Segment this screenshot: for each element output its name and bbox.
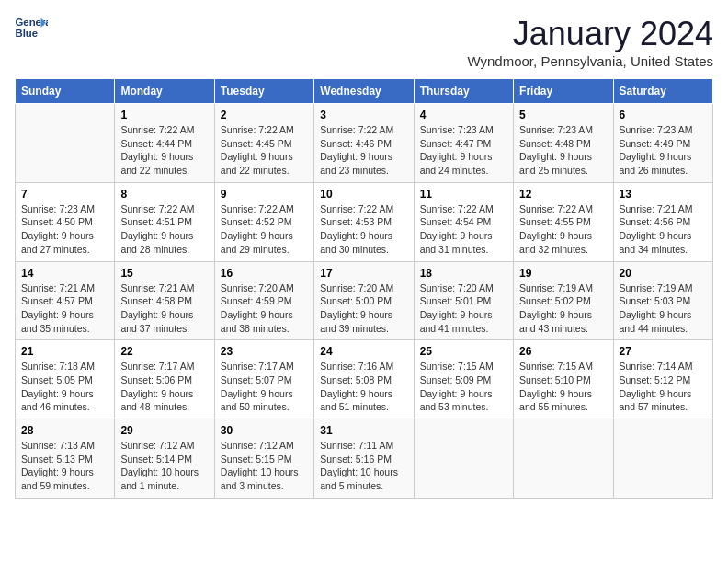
header-wednesday: Wednesday (314, 79, 414, 104)
day-detail: Sunrise: 7:17 AM Sunset: 5:07 PM Dayligh… (221, 361, 294, 412)
day-number: 22 (120, 345, 208, 358)
day-detail: Sunrise: 7:13 AM Sunset: 5:13 PM Dayligh… (21, 440, 95, 491)
calendar-cell: 3Sunrise: 7:22 AM Sunset: 4:46 PM Daylig… (314, 104, 414, 183)
day-number: 10 (320, 188, 407, 201)
calendar-cell: 6Sunrise: 7:23 AM Sunset: 4:49 PM Daylig… (613, 104, 712, 183)
header-sunday: Sunday (16, 79, 115, 104)
day-number: 9 (221, 188, 308, 201)
calendar-cell: 17Sunrise: 7:20 AM Sunset: 5:00 PM Dayli… (314, 261, 414, 340)
calendar-cell (414, 419, 513, 499)
day-number: 20 (620, 267, 707, 280)
day-detail: Sunrise: 7:22 AM Sunset: 4:45 PM Dayligh… (221, 124, 294, 176)
day-detail: Sunrise: 7:20 AM Sunset: 5:00 PM Dayligh… (320, 282, 393, 334)
day-number: 18 (420, 267, 507, 280)
calendar-cell: 14Sunrise: 7:21 AM Sunset: 4:57 PM Dayli… (16, 261, 115, 340)
day-number: 24 (320, 345, 407, 358)
calendar-cell: 7Sunrise: 7:23 AM Sunset: 4:50 PM Daylig… (16, 182, 115, 261)
day-number: 12 (519, 188, 607, 201)
day-number: 21 (21, 345, 108, 358)
day-number: 11 (420, 188, 507, 201)
calendar-cell: 26Sunrise: 7:15 AM Sunset: 5:10 PM Dayli… (514, 340, 613, 419)
calendar-cell (613, 419, 712, 499)
day-number: 30 (221, 424, 308, 437)
week-row-2: 7Sunrise: 7:23 AM Sunset: 4:50 PM Daylig… (16, 182, 713, 261)
day-number: 13 (620, 188, 707, 201)
day-detail: Sunrise: 7:12 AM Sunset: 5:14 PM Dayligh… (120, 440, 199, 491)
calendar-cell: 12Sunrise: 7:22 AM Sunset: 4:55 PM Dayli… (514, 182, 613, 261)
day-detail: Sunrise: 7:14 AM Sunset: 5:12 PM Dayligh… (620, 361, 693, 412)
calendar-cell: 8Sunrise: 7:22 AM Sunset: 4:51 PM Daylig… (115, 182, 214, 261)
calendar-cell: 5Sunrise: 7:23 AM Sunset: 4:48 PM Daylig… (514, 104, 613, 183)
calendar-cell: 20Sunrise: 7:19 AM Sunset: 5:03 PM Dayli… (613, 261, 712, 340)
day-detail: Sunrise: 7:11 AM Sunset: 5:16 PM Dayligh… (320, 440, 398, 491)
day-number: 19 (519, 267, 607, 280)
header-saturday: Saturday (613, 79, 712, 104)
calendar-cell: 28Sunrise: 7:13 AM Sunset: 5:13 PM Dayli… (16, 419, 115, 499)
calendar-cell: 22Sunrise: 7:17 AM Sunset: 5:06 PM Dayli… (115, 340, 214, 419)
day-detail: Sunrise: 7:21 AM Sunset: 4:58 PM Dayligh… (120, 282, 194, 334)
day-detail: Sunrise: 7:12 AM Sunset: 5:15 PM Dayligh… (221, 440, 299, 491)
calendar-title: January 2024 (467, 15, 713, 53)
calendar-cell: 16Sunrise: 7:20 AM Sunset: 4:59 PM Dayli… (214, 261, 313, 340)
day-detail: Sunrise: 7:15 AM Sunset: 5:10 PM Dayligh… (519, 361, 593, 412)
calendar-cell: 13Sunrise: 7:21 AM Sunset: 4:56 PM Dayli… (613, 182, 712, 261)
day-number: 15 (120, 267, 208, 280)
day-number: 6 (620, 109, 707, 121)
day-number: 8 (120, 188, 208, 201)
day-number: 14 (21, 267, 108, 280)
calendar-cell: 18Sunrise: 7:20 AM Sunset: 5:01 PM Dayli… (414, 261, 513, 340)
day-detail: Sunrise: 7:22 AM Sunset: 4:44 PM Dayligh… (120, 124, 194, 176)
logo-icon: General Blue (15, 15, 48, 40)
calendar-cell: 29Sunrise: 7:12 AM Sunset: 5:14 PM Dayli… (115, 419, 214, 499)
calendar-cell: 2Sunrise: 7:22 AM Sunset: 4:45 PM Daylig… (214, 104, 313, 183)
week-row-1: 1Sunrise: 7:22 AM Sunset: 4:44 PM Daylig… (16, 104, 713, 183)
calendar-cell: 24Sunrise: 7:16 AM Sunset: 5:08 PM Dayli… (314, 340, 414, 419)
day-detail: Sunrise: 7:20 AM Sunset: 4:59 PM Dayligh… (221, 282, 294, 334)
day-detail: Sunrise: 7:21 AM Sunset: 4:56 PM Dayligh… (620, 203, 693, 255)
header-thursday: Thursday (414, 79, 513, 104)
svg-text:Blue: Blue (16, 28, 39, 39)
day-number: 29 (120, 424, 208, 437)
day-number: 7 (21, 188, 108, 201)
day-number: 16 (221, 267, 308, 280)
day-detail: Sunrise: 7:17 AM Sunset: 5:06 PM Dayligh… (120, 361, 194, 412)
calendar-table: SundayMondayTuesdayWednesdayThursdayFrid… (15, 78, 713, 499)
calendar-cell: 31Sunrise: 7:11 AM Sunset: 5:16 PM Dayli… (314, 419, 414, 499)
day-detail: Sunrise: 7:20 AM Sunset: 5:01 PM Dayligh… (420, 282, 494, 334)
calendar-cell: 21Sunrise: 7:18 AM Sunset: 5:05 PM Dayli… (16, 340, 115, 419)
day-number: 28 (21, 424, 108, 437)
day-number: 27 (620, 345, 707, 358)
week-row-3: 14Sunrise: 7:21 AM Sunset: 4:57 PM Dayli… (16, 261, 713, 340)
calendar-cell: 27Sunrise: 7:14 AM Sunset: 5:12 PM Dayli… (613, 340, 712, 419)
day-number: 3 (320, 109, 407, 121)
day-detail: Sunrise: 7:19 AM Sunset: 5:02 PM Dayligh… (519, 282, 593, 334)
day-number: 17 (320, 267, 407, 280)
day-detail: Sunrise: 7:22 AM Sunset: 4:53 PM Dayligh… (320, 203, 393, 255)
day-detail: Sunrise: 7:18 AM Sunset: 5:05 PM Dayligh… (21, 361, 95, 412)
day-detail: Sunrise: 7:23 AM Sunset: 4:49 PM Dayligh… (620, 124, 693, 176)
calendar-cell: 23Sunrise: 7:17 AM Sunset: 5:07 PM Dayli… (214, 340, 313, 419)
calendar-subtitle: Wyndmoor, Pennsylvania, United States (467, 53, 713, 69)
week-row-4: 21Sunrise: 7:18 AM Sunset: 5:05 PM Dayli… (16, 340, 713, 419)
calendar-cell: 15Sunrise: 7:21 AM Sunset: 4:58 PM Dayli… (115, 261, 214, 340)
day-detail: Sunrise: 7:21 AM Sunset: 4:57 PM Dayligh… (21, 282, 95, 334)
calendar-cell: 1Sunrise: 7:22 AM Sunset: 4:44 PM Daylig… (115, 104, 214, 183)
calendar-cell: 10Sunrise: 7:22 AM Sunset: 4:53 PM Dayli… (314, 182, 414, 261)
header-monday: Monday (115, 79, 214, 104)
day-detail: Sunrise: 7:22 AM Sunset: 4:52 PM Dayligh… (221, 203, 294, 255)
day-detail: Sunrise: 7:16 AM Sunset: 5:08 PM Dayligh… (320, 361, 393, 412)
calendar-cell: 25Sunrise: 7:15 AM Sunset: 5:09 PM Dayli… (414, 340, 513, 419)
header-friday: Friday (514, 79, 613, 104)
day-number: 5 (519, 109, 607, 121)
calendar-cell: 11Sunrise: 7:22 AM Sunset: 4:54 PM Dayli… (414, 182, 513, 261)
page-header: General Blue January 2024 Wyndmoor, Penn… (15, 15, 713, 69)
week-row-5: 28Sunrise: 7:13 AM Sunset: 5:13 PM Dayli… (16, 419, 713, 499)
calendar-body: 1Sunrise: 7:22 AM Sunset: 4:44 PM Daylig… (16, 104, 713, 499)
day-detail: Sunrise: 7:22 AM Sunset: 4:51 PM Dayligh… (120, 203, 194, 255)
header-tuesday: Tuesday (214, 79, 313, 104)
calendar-cell: 9Sunrise: 7:22 AM Sunset: 4:52 PM Daylig… (214, 182, 313, 261)
calendar-cell: 4Sunrise: 7:23 AM Sunset: 4:47 PM Daylig… (414, 104, 513, 183)
day-detail: Sunrise: 7:15 AM Sunset: 5:09 PM Dayligh… (420, 361, 494, 412)
day-number: 23 (221, 345, 308, 358)
calendar-cell: 19Sunrise: 7:19 AM Sunset: 5:02 PM Dayli… (514, 261, 613, 340)
